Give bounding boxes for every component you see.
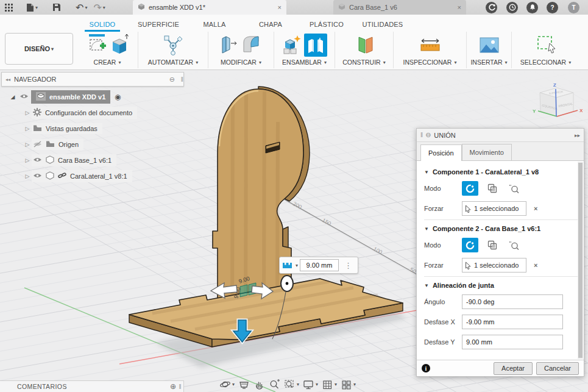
- inspeccionar-menu-button[interactable]: INSPECCIONAR▾: [403, 59, 457, 66]
- redo-icon[interactable]: ↷▾: [93, 2, 105, 13]
- mode-simple-button[interactable]: [462, 238, 478, 252]
- alignment-section-title[interactable]: ▼Alineación de junta: [424, 282, 578, 289]
- mode-snap-button[interactable]: [506, 181, 522, 196]
- fit-view-icon[interactable]: ▾: [284, 379, 299, 390]
- tree-row-origin[interactable]: ▷ Origen: [1, 137, 184, 152]
- ensamblar-menu-button[interactable]: ENSAMBLAR▾: [282, 59, 327, 66]
- construir-menu-button[interactable]: CONSTRUIR▾: [342, 59, 385, 66]
- close-tab-icon[interactable]: ×: [453, 4, 461, 11]
- new-component-icon[interactable]: [282, 34, 302, 57]
- visibility-eye-icon[interactable]: [33, 173, 42, 180]
- component1-selection-field[interactable]: 1 seleccionado: [462, 201, 526, 216]
- minimize-icon[interactable]: ⊖: [425, 131, 431, 139]
- automate-icon[interactable]: [162, 34, 184, 57]
- gear-icon: [33, 108, 41, 118]
- avatar[interactable]: T: [568, 2, 579, 13]
- seleccionar-menu-button[interactable]: SELECCIONAR▾: [520, 59, 571, 66]
- tab-posicion[interactable]: Posición: [420, 144, 462, 161]
- tree-row-cara-base[interactable]: ▷ Cara Base_1 v6:1: [1, 152, 184, 168]
- file-menu-icon[interactable]: ▾: [26, 3, 38, 12]
- dialog-scrollbar[interactable]: [578, 162, 583, 359]
- create-sketch-icon[interactable]: [87, 34, 108, 57]
- info-icon[interactable]: i: [422, 364, 430, 372]
- select-icon[interactable]: [535, 34, 557, 57]
- mode-between-faces-button[interactable]: [484, 238, 500, 252]
- angle-input[interactable]: [462, 294, 563, 309]
- joint-icon-active[interactable]: [304, 34, 327, 57]
- cancel-button[interactable]: Cancelar: [536, 362, 579, 375]
- document-tab-active[interactable]: ensamble XDD v1* ×: [133, 0, 286, 15]
- panel-grip[interactable]: ‖: [179, 383, 182, 390]
- automatizar-menu-button[interactable]: AUTOMATIZAR▾: [148, 59, 198, 66]
- collapse-panel-icon[interactable]: ◂◂: [5, 77, 10, 82]
- display-settings-icon[interactable]: ▾: [303, 379, 318, 390]
- add-comment-icon[interactable]: ⊕: [170, 382, 176, 391]
- tree-row-root[interactable]: ◢ ensamble XDD v1 ◉: [1, 89, 184, 105]
- navigator-header[interactable]: ◂◂ NAVEGADOR ⊖ ‖: [1, 72, 184, 87]
- panel-grip[interactable]: ‖: [420, 132, 423, 138]
- mode-simple-button[interactable]: [462, 181, 478, 196]
- mode-snap-button[interactable]: [506, 238, 522, 252]
- offset-y-input[interactable]: [462, 335, 563, 349]
- help-icon[interactable]: ?: [547, 2, 558, 13]
- activate-component-icon[interactable]: ◉: [113, 93, 122, 101]
- tab-movimiento[interactable]: Movimiento: [462, 144, 512, 160]
- panel-grip[interactable]: ‖: [181, 76, 183, 83]
- dock-panel-icon[interactable]: ▸▸: [575, 132, 580, 138]
- visibility-eye-icon[interactable]: [33, 157, 42, 164]
- folder-icon: [46, 140, 55, 149]
- save-icon[interactable]: [52, 3, 61, 12]
- root-selected[interactable]: ensamble XDD v1: [31, 90, 110, 104]
- extrude-icon[interactable]: [110, 34, 129, 57]
- tree-row-doc-settings[interactable]: ▷ Configuración del documento: [1, 105, 184, 121]
- press-pull-icon[interactable]: [220, 34, 239, 57]
- crear-menu-button[interactable]: CREAR▾: [94, 59, 121, 66]
- alignment-section: ▼Alineación de junta Ángulo Desfase X De…: [424, 277, 578, 353]
- orbit-icon[interactable]: ▾: [219, 379, 235, 390]
- navigator-title: NAVEGADOR: [14, 76, 56, 83]
- look-at-icon[interactable]: [238, 379, 250, 390]
- insert-image-icon[interactable]: [478, 34, 500, 57]
- scrollbar-thumb[interactable]: [578, 163, 583, 358]
- notifications-bell-icon[interactable]: [526, 2, 538, 13]
- component2-selection-field[interactable]: 1 seleccionado: [462, 258, 526, 273]
- job-status-clock-icon[interactable]: [506, 2, 518, 13]
- viewports-icon[interactable]: ▾: [341, 379, 356, 390]
- navigation-toolbar: ▾ ▾ ▾ ▾ ▾: [219, 379, 356, 390]
- construct-plane-icon[interactable]: [354, 34, 375, 57]
- app-grid-menu-icon[interactable]: [5, 4, 13, 12]
- grid-settings-icon[interactable]: ▾: [322, 379, 337, 390]
- accept-button[interactable]: Aceptar: [494, 362, 533, 375]
- undo-icon[interactable]: ↶▾: [76, 2, 87, 13]
- clear-selection-icon[interactable]: ×: [534, 262, 537, 269]
- insertar-menu-button[interactable]: INSERTAR▾: [470, 59, 507, 66]
- offset-x-input[interactable]: [462, 315, 563, 329]
- document-tab-inactive[interactable]: Cara Base_1 v6 ×: [333, 0, 466, 15]
- component1-section-title[interactable]: ▼Componente 1 - CaraLateral_1 v8: [424, 168, 578, 176]
- measure-icon[interactable]: [418, 34, 442, 57]
- minimize-icon[interactable]: ⊖: [169, 76, 175, 84]
- visibility-off-eye-icon[interactable]: [33, 141, 42, 149]
- fillet-icon[interactable]: [241, 34, 262, 57]
- cursor-icon: [465, 262, 472, 269]
- offset-y-label: Desfase Y: [424, 338, 462, 346]
- pan-hand-icon[interactable]: [253, 379, 265, 390]
- clear-selection-icon[interactable]: ×: [534, 205, 537, 212]
- close-tab-icon[interactable]: ×: [273, 4, 282, 11]
- link-icon: [58, 172, 66, 180]
- flip-direction-icon[interactable]: [282, 262, 292, 269]
- zoom-icon[interactable]: [269, 379, 280, 390]
- context-dropdown-diseno[interactable]: DISEÑO▾: [5, 33, 73, 65]
- modificar-menu-button[interactable]: MODIFICAR▾: [221, 59, 261, 66]
- visibility-eye-icon[interactable]: [19, 93, 29, 101]
- caret-icon[interactable]: ▾: [296, 263, 298, 268]
- component2-section-title[interactable]: ▼Componente 2 - Cara Base_1 v6:1: [424, 225, 578, 232]
- kebab-menu-icon[interactable]: ⋮: [344, 261, 352, 270]
- tree-row-cara-lateral[interactable]: ▷ CaraLateral_1 v8:1: [1, 168, 184, 184]
- dialog-header[interactable]: ‖ ⊖ UNIÓN ▸▸: [417, 129, 584, 142]
- mode-between-faces-button[interactable]: [484, 181, 500, 196]
- tree-row-saved-views[interactable]: ▷ Vistas guardadas: [1, 121, 184, 137]
- extensions-icon[interactable]: [486, 2, 497, 13]
- comments-bar[interactable]: COMENTARIOS ⊕ ‖: [0, 380, 184, 392]
- dimension-input[interactable]: [300, 259, 339, 271]
